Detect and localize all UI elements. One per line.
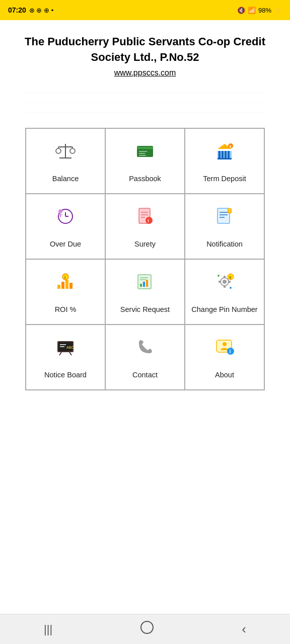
grid-item-roi[interactable]: 1 ROI % xyxy=(26,259,105,325)
svg-rect-63 xyxy=(224,285,226,288)
battery-icon: ⚡ xyxy=(274,7,282,14)
roi-icon: 1 xyxy=(54,271,77,300)
status-time: 07:20 xyxy=(8,6,26,14)
menu-grid: Balance Passbook xyxy=(25,128,265,390)
status-right: 🔇 📶 98% ⚡ xyxy=(237,7,282,14)
battery-text: 98% xyxy=(258,7,271,14)
passbook-label: Passbook xyxy=(129,174,161,184)
header: The Puducherry Public Servants Co-op Cre… xyxy=(0,20,290,83)
grid-item-notification[interactable]: Notification xyxy=(185,194,264,259)
svg-rect-64 xyxy=(219,281,221,283)
svg-text:$: $ xyxy=(229,275,232,280)
svg-point-28 xyxy=(58,209,62,213)
svg-line-74 xyxy=(59,352,61,355)
service-request-icon xyxy=(134,271,156,300)
grid-item-surety[interactable]: ! Surety xyxy=(105,194,185,259)
svg-text:1: 1 xyxy=(64,276,66,279)
notification-icon xyxy=(213,205,236,234)
svg-rect-57 xyxy=(146,280,148,287)
svg-text:ABC: ABC xyxy=(66,346,74,349)
svg-text:!: ! xyxy=(148,218,149,223)
svg-rect-17 xyxy=(219,151,221,158)
contact-icon xyxy=(134,336,156,365)
balance-label: Balance xyxy=(52,174,79,184)
grid-item-balance[interactable]: Balance xyxy=(26,128,105,194)
grid-item-service-request[interactable]: Servic Request xyxy=(105,259,185,325)
contact-label: Contact xyxy=(132,370,158,380)
status-bar: 07:20 ⊗ ⊕ ⊕ • 🔇 📶 98% ⚡ xyxy=(0,0,290,20)
watermark-area xyxy=(0,83,290,123)
nav-menu-button[interactable]: ||| xyxy=(34,619,62,640)
spacer xyxy=(0,400,290,614)
wifi-icon: 📶 xyxy=(248,7,256,14)
svg-rect-18 xyxy=(222,151,224,158)
svg-point-69 xyxy=(230,287,232,289)
svg-rect-19 xyxy=(225,151,227,158)
status-icons: ⊗ ⊕ ⊕ • xyxy=(29,7,53,14)
bottom-nav: ||| ‹ xyxy=(0,614,290,644)
grid-item-passbook[interactable]: Passbook xyxy=(105,128,185,194)
grid-item-term-deposit[interactable]: $ Term Deposit xyxy=(185,128,264,194)
svg-rect-62 xyxy=(224,276,226,278)
change-pin-icon: $ xyxy=(213,271,236,300)
svg-text:i: i xyxy=(230,349,231,354)
svg-rect-43 xyxy=(228,208,232,213)
svg-rect-49 xyxy=(69,283,72,289)
org-title: The Puducherry Public Servants Co-op Cre… xyxy=(15,34,275,65)
term-deposit-label: Term Deposit xyxy=(203,174,246,184)
about-label: About xyxy=(215,370,234,380)
about-icon: i xyxy=(213,336,236,365)
grid-item-notice-board[interactable]: ABC Notice Board xyxy=(26,325,105,390)
grid-item-overdue[interactable]: Over Due xyxy=(26,194,105,259)
svg-rect-48 xyxy=(65,280,68,289)
svg-line-75 xyxy=(69,352,71,355)
svg-rect-22 xyxy=(218,158,232,159)
svg-point-68 xyxy=(218,275,220,277)
mute-icon: 🔇 xyxy=(237,7,245,14)
grid-item-contact[interactable]: Contact xyxy=(105,325,185,390)
svg-rect-46 xyxy=(57,285,60,289)
org-website: www.ppsccs.com xyxy=(15,68,275,77)
grid-item-about[interactable]: i About xyxy=(185,325,264,390)
svg-rect-56 xyxy=(143,282,145,287)
grid-item-change-pin[interactable]: $ Change Pin Number xyxy=(185,259,264,325)
svg-point-61 xyxy=(223,280,227,284)
svg-rect-65 xyxy=(228,281,231,283)
notification-label: Notification xyxy=(206,239,243,249)
balance-icon xyxy=(54,140,77,169)
svg-rect-12 xyxy=(137,147,153,149)
term-deposit-icon: $ xyxy=(213,140,236,169)
svg-rect-20 xyxy=(228,151,230,158)
svg-point-79 xyxy=(223,342,227,346)
service-request-label: Servic Request xyxy=(120,305,170,314)
overdue-label: Over Due xyxy=(50,239,81,249)
surety-label: Surety xyxy=(134,239,156,249)
nav-back-button[interactable]: ‹ xyxy=(232,617,256,641)
passbook-icon xyxy=(134,140,156,169)
surety-icon: ! xyxy=(134,205,156,234)
overdue-icon xyxy=(54,205,77,234)
svg-point-6 xyxy=(56,148,61,153)
change-pin-label: Change Pin Number xyxy=(191,305,257,314)
svg-point-82 xyxy=(141,621,153,633)
notice-board-icon: ABC xyxy=(54,336,77,365)
svg-text:$: $ xyxy=(230,145,232,149)
svg-rect-47 xyxy=(61,282,64,289)
svg-point-7 xyxy=(70,148,75,153)
svg-point-36 xyxy=(146,217,153,224)
roi-label: ROI % xyxy=(55,305,77,314)
notice-board-label: Notice Board xyxy=(44,370,87,380)
nav-home-button[interactable] xyxy=(130,616,164,642)
status-left: 07:20 ⊗ ⊕ ⊕ • xyxy=(8,6,53,14)
svg-rect-55 xyxy=(140,284,142,287)
